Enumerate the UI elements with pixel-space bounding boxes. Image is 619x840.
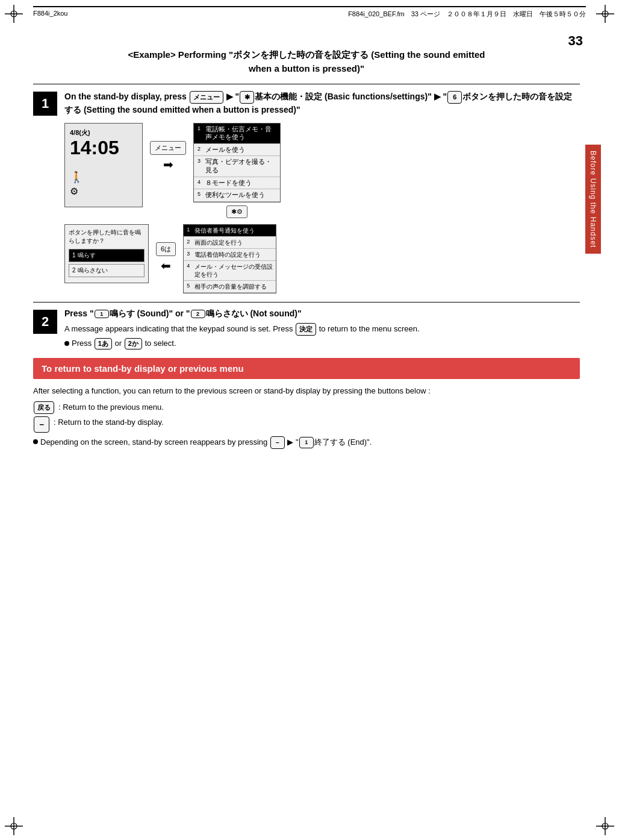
crosshair-bottom-right [596, 817, 614, 835]
kettei-key: 決定 [296, 323, 316, 336]
sub-item-1: 1 発信者番号通知を使う [184, 225, 276, 237]
star-key: ✱ [240, 91, 254, 104]
menu-item-5: 5 便利なツールを使う [194, 189, 280, 202]
info-row-modoru: 戻る : Return to the previous menu. [33, 401, 580, 415]
menu-item-1: 1 電話帳・伝言メモ・音声メモを使う [194, 124, 280, 144]
six-key-box: 6は [156, 242, 176, 256]
diagram-area: 4/8(火) 14:05 🚶 ⚙ メニュー ➡ 1 [64, 123, 580, 218]
step1-container: 1 On the stand-by display, press メニュー ▶ … [33, 90, 580, 293]
example-heading: <Example> Performing "ボタンを押した時の音を設定する (S… [33, 48, 580, 75]
step2-bullet-text: Press 1あ or 2か to select. [72, 338, 176, 349]
sidebar-label: Before Using the Handset [585, 145, 601, 254]
crosshair-bottom-left [5, 817, 23, 835]
sub-item-2: 2 画面の設定を行う [184, 237, 276, 249]
step2-number: 2 [33, 310, 57, 334]
crosshair-top-right [596, 5, 614, 23]
info-section: After selecting a function, you can retu… [33, 385, 580, 449]
sub-item-5: 5 相手の声の音量を調節する [184, 281, 276, 293]
menu-item-3: 3 写真・ビデオを撮る・見る [194, 156, 280, 177]
diagram-area-2: ボタンを押した時に音を鳴らしますか？ 1 鳴らす 2 鳴らさない 6は ⬅ [64, 224, 580, 293]
page-number: 33 [568, 33, 583, 49]
menu-item-2: 2 メールを使う [194, 144, 280, 157]
step2-content: Press "1鳴らす (Sound)" or "2鳴らさない (Not sou… [64, 309, 580, 349]
standby-icons: 🚶 ⚙ [70, 171, 137, 197]
step1-text: On the stand-by display, press メニュー ▶ "✱… [64, 90, 580, 117]
sub-menu-screen: 1 発信者番号通知を使う 2 画面の設定を行う 3 電話着信時の設定を行う 4 … [183, 224, 276, 293]
header-left: F884i_2kou [33, 10, 68, 19]
person-icon: 🚶 [70, 171, 137, 184]
minus-key-info: － [270, 436, 285, 450]
dialog-screen: ボタンを押した時に音を鳴らしますか？ 1 鳴らす 2 鳴らさない [64, 224, 149, 283]
menu-key-box: メニュー [150, 141, 186, 155]
info-rows: 戻る : Return to the previous menu. － : Re… [33, 401, 580, 433]
star-key-below: ✱⚙ [226, 205, 247, 218]
menu-screen: 1 電話帳・伝言メモ・音声メモを使う 2 メールを使う 3 写真・ビデオを撮る・… [193, 123, 281, 202]
menu-key: メニュー [190, 91, 223, 104]
star-key-box: ✱⚙ [226, 205, 247, 218]
end-key: － [34, 416, 49, 432]
bullet-dot [64, 341, 69, 346]
six-key-text: 6 [447, 91, 462, 104]
two-ka-key: 2か [125, 338, 142, 349]
info-bullet: Depending on the screen, stand-by screen… [33, 436, 580, 450]
step2-main-text: Press "1鳴らす (Sound)" or "2鳴らさない (Not sou… [64, 309, 580, 319]
main-content: <Example> Performing "ボタンを押した時の音を設定する (S… [33, 48, 580, 449]
info-row-modoru-text: : Return to the previous menu. [58, 401, 164, 414]
sub-item-4: 4 メール・メッセージの受信設定を行う [184, 261, 276, 281]
arrow-left-1: 6は ⬅ [156, 242, 176, 273]
step2-container: 2 Press "1鳴らす (Sound)" or "2鳴らさない (Not s… [33, 309, 580, 349]
standby-date: 4/8(火) [70, 128, 137, 137]
info-bullet-text: Depending on the screen, stand-by screen… [40, 436, 372, 450]
menu-item-4: 4 ８モードを使う [194, 177, 280, 190]
dialog-option-1: 1 鳴らす [69, 249, 145, 262]
info-bullet-dot [33, 439, 38, 444]
header-right: F884i_020_BEF.fm 33 ページ ２００８年１月９日 水曜日 午後… [348, 10, 586, 19]
header-bar: F884i_2kou F884i_020_BEF.fm 33 ページ ２００８年… [33, 6, 586, 19]
section-divider-mid [33, 302, 580, 302]
sub-item-3: 3 電話着信時の設定を行う [184, 249, 276, 261]
step2-sub-text: A message appears indicating that the ke… [64, 323, 580, 336]
info-row-end: － : Return to the stand-by display. [33, 416, 580, 432]
menu-screen-group: 1 電話帳・伝言メモ・音声メモを使う 2 メールを使う 3 写真・ビデオを撮る・… [193, 123, 281, 218]
modoru-key: 戻る [34, 401, 54, 415]
standby-screen: 4/8(火) 14:05 🚶 ⚙ [64, 123, 143, 207]
banner: To return to stand-by display or previou… [33, 358, 580, 379]
crosshair-top-left [5, 5, 23, 23]
dialog-option-2: 2 鳴らさない [69, 264, 145, 277]
one-end-key: 1 [299, 437, 314, 448]
standby-time: 14:05 [70, 137, 137, 158]
one-key: 1 [95, 310, 109, 318]
info-row-end-text: : Return to the stand-by display. [54, 416, 164, 429]
two-key: 2 [191, 310, 205, 318]
arrow-right-1: メニュー ➡ [150, 141, 186, 172]
one-a-key: 1あ [95, 338, 112, 349]
step1-content: On the stand-by display, press メニュー ▶ "✱… [64, 90, 580, 293]
step2-bullet: Press 1あ or 2か to select. [64, 338, 580, 349]
info-intro: After selecting a function, you can retu… [33, 385, 580, 398]
section-divider-top [33, 84, 580, 84]
step1-number: 1 [33, 92, 57, 116]
settings-icon: ⚙ [70, 186, 137, 197]
dialog-title: ボタンを押した時に音を鳴らしますか？ [69, 228, 145, 245]
